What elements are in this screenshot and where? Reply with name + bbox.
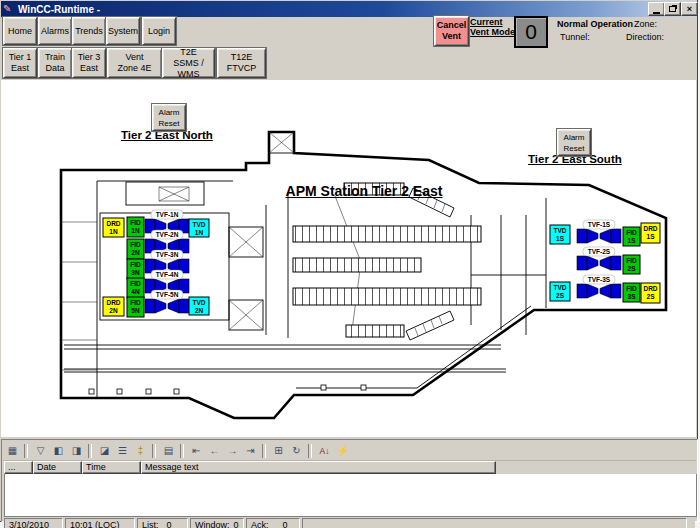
- vent-zone-4e-button[interactable]: VentZone 4E: [107, 48, 162, 78]
- current-vent-mode-l2: Vent Mode: [470, 27, 515, 37]
- tier1-east-l2: East: [11, 63, 29, 74]
- train-data-l2: Data: [45, 63, 64, 74]
- status-window-value: 0: [234, 520, 239, 528]
- last-message-icon[interactable]: ⇥: [242, 443, 259, 459]
- tier3-east-l2: East: [80, 63, 98, 74]
- minimize-icon: [653, 12, 660, 14]
- home-button[interactable]: Home: [3, 17, 37, 45]
- svg-text:TVF-5N: TVF-5N: [156, 291, 179, 298]
- device-fid-1s[interactable]: FID1S: [623, 227, 640, 246]
- next-message-icon[interactable]: →: [224, 443, 241, 459]
- toolbar-separator: [88, 444, 92, 458]
- device-fid-4n[interactable]: FID4N: [127, 278, 144, 298]
- autoscroll-icon[interactable]: ⚡: [334, 443, 351, 459]
- message-list-icon[interactable]: ☰: [114, 443, 131, 459]
- login-button[interactable]: Login: [142, 17, 176, 45]
- status-ack-label: Ack:: [251, 520, 269, 528]
- status-date: 3/10/2010: [4, 518, 63, 528]
- column-header-date[interactable]: Date: [33, 461, 82, 474]
- svg-text:2S: 2S: [556, 292, 565, 299]
- status-list-label: List:: [142, 520, 159, 528]
- loop-icon[interactable]: ↻: [288, 443, 305, 459]
- status-time: 10:01 (LOC): [65, 518, 135, 528]
- login-label: Login: [148, 26, 170, 37]
- svg-text:2N: 2N: [109, 307, 118, 314]
- column-header-state[interactable]: ...: [4, 461, 33, 474]
- close-button[interactable]: ×: [681, 2, 698, 16]
- device-fid-2n[interactable]: FID2N: [127, 239, 144, 259]
- svg-text:2N: 2N: [195, 307, 204, 314]
- print-icon[interactable]: ▤: [160, 443, 177, 459]
- device-fid-1n[interactable]: FID1N: [127, 217, 144, 237]
- device-fid-3s[interactable]: FID3S: [623, 283, 640, 302]
- alarms-label: Alarms: [41, 26, 69, 37]
- column-header-message[interactable]: Message text: [141, 461, 496, 474]
- status-list-value: 0: [167, 520, 172, 528]
- filter-icon[interactable]: ▽: [32, 443, 49, 459]
- restore-button[interactable]: [664, 2, 681, 16]
- alarm-reset-north-button[interactable]: AlarmReset: [152, 104, 186, 131]
- alarm-reset-north-l1: Alarm: [159, 107, 180, 118]
- alarm-toolbar: ▦ ▽ ◧ ◨ ◪ ☰ ‡ ▤ ⇤ ← → ⇥ ⊞ ↻ A↓ ⚡: [3, 441, 696, 461]
- restore-icon: [669, 6, 676, 12]
- cancel-vent-button[interactable]: CancelVent: [434, 16, 469, 46]
- svg-text:FID: FID: [626, 285, 637, 292]
- trends-button[interactable]: Trends: [72, 17, 106, 45]
- filter-view-icon[interactable]: ◧: [50, 443, 67, 459]
- filter-edit-icon[interactable]: ◨: [68, 443, 85, 459]
- cancel-vent-l2: Vent: [442, 31, 461, 42]
- device-drd-2n[interactable]: DRD2N: [103, 297, 124, 316]
- device-fid-2s[interactable]: FID2S: [623, 255, 640, 274]
- plan-title: APM Station Tier 2 East: [234, 183, 494, 199]
- minimize-button[interactable]: [648, 2, 665, 16]
- vent-zone-l1: Vent: [125, 52, 143, 63]
- svg-text:TVF-1N: TVF-1N: [156, 211, 179, 218]
- t2e-ssms-wms-button[interactable]: T2ESSMS / WMS: [162, 48, 215, 78]
- sort-icon[interactable]: A↓: [316, 443, 333, 459]
- system-label: System: [108, 26, 138, 37]
- column-header-time[interactable]: Time: [82, 461, 141, 474]
- wincc-runtime-window: ✎ WinCC-Runtime - × Home Alarms Trends S…: [0, 0, 698, 522]
- svg-text:FID: FID: [130, 261, 141, 268]
- system-button[interactable]: System: [106, 17, 140, 45]
- prev-message-icon[interactable]: ←: [206, 443, 223, 459]
- status-list: List:0: [137, 518, 188, 528]
- emergency-ack-icon[interactable]: ◪: [96, 443, 113, 459]
- device-drd-1n[interactable]: DRD1N: [103, 218, 124, 237]
- device-tvd-2n[interactable]: TVD2N: [189, 297, 209, 315]
- svg-text:TVD: TVD: [554, 284, 567, 291]
- svg-text:TVF-3S: TVF-3S: [588, 276, 611, 283]
- info-text-icon[interactable]: ⊞: [270, 443, 287, 459]
- t12e-ftvcp-button[interactable]: T12EFTVCP: [217, 48, 266, 78]
- direction-label: Direction:: [626, 32, 664, 42]
- alarm-reset-south-button[interactable]: AlarmReset: [557, 129, 591, 156]
- alarms-button[interactable]: Alarms: [38, 17, 72, 45]
- alarm-message-list[interactable]: [4, 474, 697, 517]
- svg-text:1N: 1N: [195, 229, 204, 236]
- svg-text:TVF-2N: TVF-2N: [156, 231, 179, 238]
- device-fid-3n[interactable]: FID3N: [127, 259, 144, 279]
- svg-text:TVD: TVD: [193, 221, 206, 228]
- status-window-label: Window:: [195, 520, 230, 528]
- device-fid-5n[interactable]: FID5N: [127, 297, 144, 317]
- svg-text:3S: 3S: [628, 293, 637, 300]
- device-tvd-2s[interactable]: TVD2S: [550, 282, 570, 301]
- device-drd-1s[interactable]: DRD1S: [641, 223, 660, 243]
- key-icon[interactable]: ‡: [132, 443, 149, 459]
- app-icon: ✎: [3, 4, 15, 15]
- screen: ✎ WinCC-Runtime - × Home Alarms Trends S…: [0, 0, 700, 528]
- svg-text:FID: FID: [130, 299, 141, 306]
- device-drd-2s[interactable]: DRD2S: [641, 283, 660, 303]
- t2e-ssms-l1: T2E: [180, 47, 197, 58]
- alarm-table-icon[interactable]: ▦: [4, 443, 21, 459]
- column-header-filler: [496, 461, 695, 474]
- svg-text:TVD: TVD: [193, 299, 206, 306]
- svg-text:TVF-2S: TVF-2S: [588, 248, 611, 255]
- device-tvd-1s[interactable]: TVD1S: [550, 225, 570, 244]
- tier1-east-button[interactable]: Tier 1East: [3, 48, 37, 78]
- tier3-east-button[interactable]: Tier 3East: [72, 48, 106, 78]
- title-bar[interactable]: ✎ WinCC-Runtime -: [1, 1, 696, 17]
- first-message-icon[interactable]: ⇤: [188, 443, 205, 459]
- device-tvd-1n[interactable]: TVD1N: [189, 219, 209, 237]
- train-data-button[interactable]: TrainData: [38, 48, 72, 78]
